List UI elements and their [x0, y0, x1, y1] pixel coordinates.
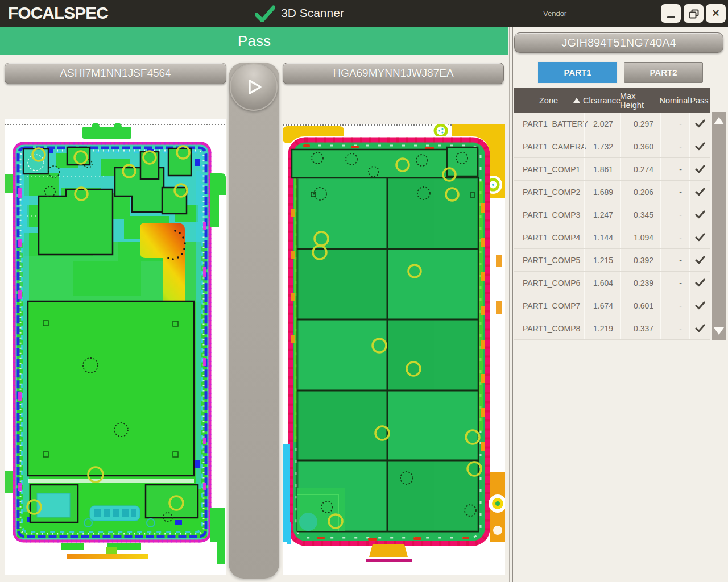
battery-zone [28, 301, 194, 476]
cell-max-height: 0.601 [620, 294, 660, 317]
pass-check-icon [695, 256, 705, 264]
cell-nominal: - [660, 249, 689, 271]
scroll-up-icon[interactable] [714, 117, 724, 124]
tab-part2[interactable]: PART2 [624, 62, 703, 83]
cell-clearance: 1.215 [584, 249, 620, 271]
part-serial-button[interactable]: JGIH894T51NG740A4 [514, 32, 723, 53]
cell-max-height: 0.345 [620, 203, 660, 226]
right-scan-panel [283, 124, 505, 575]
cell-zone: PART1_BATTERY [514, 113, 584, 135]
close-button[interactable]: ✕ [706, 4, 726, 23]
column-header-zone-label: Zone [539, 96, 558, 105]
part-serial: JGIH894T51NG740A4 [561, 36, 676, 49]
table-scrollbar[interactable] [712, 112, 726, 340]
cell-nominal: - [660, 203, 689, 226]
cell-max-height: 0.337 [620, 317, 660, 339]
panel-divider [509, 27, 513, 582]
cell-zone: PART1_COMP3 [514, 203, 584, 226]
cell-nominal: - [660, 113, 689, 135]
column-header-max-height[interactable]: Max Height [620, 88, 660, 113]
right-scan-serial-button[interactable]: HGA69MYNN1JWJ87EA [283, 63, 504, 84]
table-row[interactable]: PART1_COMP2 1.689 0.206 - [514, 181, 710, 203]
column-header-clearance[interactable]: Clearance [584, 88, 620, 113]
brand-logo: FOCALSPEC [8, 3, 108, 23]
cell-zone: PART1_COMP2 [514, 181, 584, 203]
cell-pass [689, 272, 710, 294]
inspection-grid [292, 147, 478, 531]
cell-max-height: 0.392 [620, 249, 660, 271]
status-checkmark-icon [255, 5, 275, 22]
application-window: FOCALSPEC 3D Scanner Vendor ✕ Pass ASHI7… [0, 0, 728, 582]
board-footer-shapes [61, 543, 148, 559]
cell-clearance: 1.604 [584, 272, 620, 294]
cell-pass [689, 135, 710, 157]
cell-nominal: - [660, 226, 689, 248]
cell-nominal: - [660, 158, 689, 180]
results-table-header: Zone Clearance Max Height Nominal Pass [514, 88, 710, 113]
column-header-pass[interactable]: Pass [689, 88, 710, 113]
table-row[interactable]: PART1_CAMERA 1.732 0.360 - [514, 135, 710, 158]
cell-max-height: 0.297 [620, 113, 660, 135]
cell-pass [689, 294, 710, 317]
cell-max-height: 0.360 [620, 135, 660, 157]
cell-pass [689, 317, 710, 339]
cell-clearance: 1.144 [584, 226, 620, 248]
cell-nominal: - [660, 317, 689, 339]
pass-check-icon [695, 210, 705, 219]
cell-pass [689, 158, 710, 180]
right-scan-heatmap [283, 124, 505, 575]
cell-zone: PART1_CAMERA [514, 135, 584, 157]
cell-pass [689, 181, 710, 203]
pass-check-icon [695, 119, 705, 128]
result-status-banner: Pass [0, 27, 508, 55]
cell-clearance: 2.027 [584, 113, 620, 135]
tab-part1-label: PART1 [564, 68, 591, 77]
tab-part2-label: PART2 [650, 68, 677, 77]
cell-zone: PART1_COMP5 [514, 249, 584, 271]
cell-pass [689, 203, 710, 226]
table-row[interactable]: PART1_COMP1 1.861 0.274 - [514, 158, 710, 181]
minimize-button[interactable] [661, 4, 681, 23]
cell-clearance: 1.861 [584, 158, 620, 180]
cell-nominal: - [660, 272, 689, 294]
cell-zone: PART1_COMP7 [514, 294, 584, 317]
column-header-pass-label: Pass [690, 96, 708, 105]
left-scan-serial-button[interactable]: ASHI7M1NN1JSF4564 [5, 63, 226, 84]
title-bar: FOCALSPEC 3D Scanner Vendor ✕ [0, 0, 728, 27]
table-row[interactable]: PART1_COMP7 1.674 0.601 - [514, 294, 710, 317]
pass-check-icon [695, 324, 705, 332]
column-header-max-height-label: Max Height [620, 92, 660, 110]
column-header-nominal[interactable]: Nominal [660, 88, 689, 113]
column-header-zone[interactable]: Zone [514, 88, 584, 113]
cell-nominal: - [660, 135, 689, 157]
cell-clearance: 1.247 [584, 203, 620, 226]
table-row[interactable]: PART1_COMP8 1.219 0.337 - [514, 317, 710, 340]
cell-clearance: 1.689 [584, 181, 620, 203]
cell-clearance: 1.732 [584, 135, 620, 157]
results-table: Zone Clearance Max Height Nominal Pass P… [514, 88, 710, 340]
pass-check-icon [695, 165, 705, 173]
tab-part1[interactable]: PART1 [538, 62, 617, 83]
cell-clearance: 1.219 [584, 317, 620, 339]
restore-button[interactable] [684, 4, 704, 23]
table-row[interactable]: PART1_COMP5 1.215 0.392 - [514, 249, 710, 272]
pass-check-icon [695, 301, 705, 310]
table-row[interactable]: PART1_BATTERY 2.027 0.297 - [514, 113, 710, 135]
pass-check-icon [695, 278, 705, 287]
play-button[interactable] [230, 63, 278, 111]
pass-check-icon [695, 188, 705, 196]
cell-zone: PART1_COMP1 [514, 158, 584, 180]
pass-check-icon [695, 233, 705, 242]
pass-check-icon [695, 142, 705, 151]
cell-max-height: 0.274 [620, 158, 660, 180]
scroll-down-icon[interactable] [714, 327, 724, 335]
table-row[interactable]: PART1_COMP6 1.604 0.239 - [514, 272, 710, 294]
cell-zone: PART1_COMP4 [514, 226, 584, 248]
inspection-zone-outlines [23, 147, 198, 522]
cell-max-height: 1.094 [620, 226, 660, 248]
table-row[interactable]: PART1_COMP4 1.144 1.094 - [514, 226, 710, 249]
cell-clearance: 1.674 [584, 294, 620, 317]
vendor-label: Vendor [543, 9, 566, 18]
left-scan-heatmap [5, 119, 226, 575]
table-row[interactable]: PART1_COMP3 1.247 0.345 - [514, 203, 710, 226]
